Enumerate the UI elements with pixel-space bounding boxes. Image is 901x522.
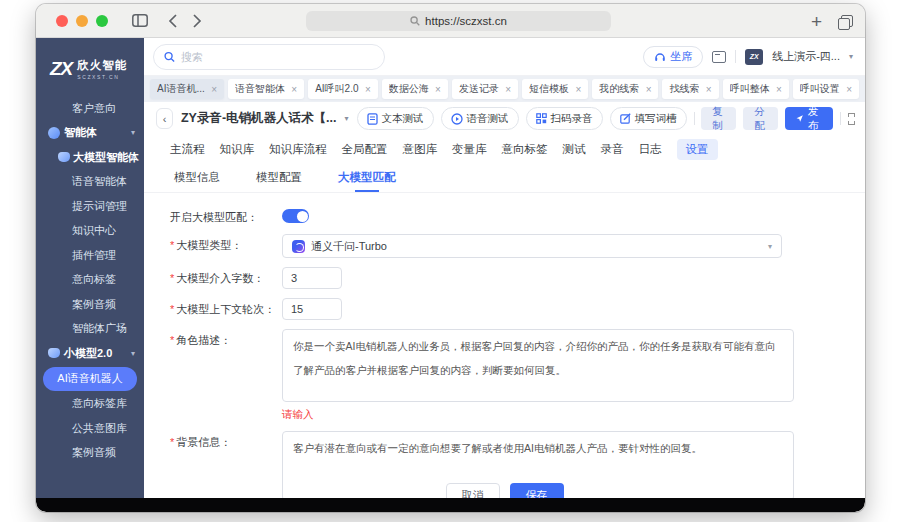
publish-button[interactable]: 发布: [785, 107, 833, 130]
sidebar-item-ai-voice-robot[interactable]: AI语音机器人: [43, 367, 137, 391]
close-window-button[interactable]: [56, 15, 68, 27]
search-input[interactable]: [181, 51, 374, 63]
send-icon: [796, 113, 803, 124]
fill-slot-button[interactable]: 填写词槽: [610, 107, 687, 130]
sidebar-item-intent-tags[interactable]: 意向标签: [36, 268, 144, 293]
minimize-window-button[interactable]: [76, 15, 88, 27]
sidebar-item-customer-intent[interactable]: 客户意向: [36, 96, 144, 121]
chevron-down-icon[interactable]: ▾: [344, 114, 348, 123]
close-icon[interactable]: ×: [706, 84, 712, 95]
close-icon[interactable]: ×: [846, 84, 852, 95]
address-bar[interactable]: https://sczxst.cn: [306, 11, 611, 31]
tab-intent-tags[interactable]: 意向标签: [502, 142, 548, 157]
workspace-tab[interactable]: AI语音机...×: [150, 79, 224, 99]
script-title: ZY录音-电销机器人话术【...: [181, 110, 337, 127]
intervene-chars-input[interactable]: [282, 267, 342, 289]
sidebar-toggle-icon[interactable]: [132, 14, 148, 27]
sidebar-item-small-model[interactable]: 小模型2.0 ▾: [36, 341, 144, 366]
chevron-down-icon[interactable]: ▾: [849, 52, 853, 61]
fullscreen-icon[interactable]: [848, 113, 856, 125]
field-label: *角色描述：: [170, 329, 282, 422]
seat-button[interactable]: 坐席: [643, 46, 703, 68]
llm-matching-form: 开启大模型匹配： *大模型类型： 通义千问-Turbo ▾ *大模型介入字数：: [144, 193, 865, 498]
close-icon[interactable]: ×: [291, 84, 297, 95]
form-row-intervene-chars: *大模型介入字数：: [170, 267, 865, 289]
account-name: 线上演示-四...: [772, 49, 840, 64]
workspace-tab[interactable]: 短信模板×: [522, 79, 588, 99]
tab-log[interactable]: 日志: [639, 142, 662, 157]
robot-icon: [48, 348, 60, 358]
sidebar-item-voice-agent[interactable]: 语音智能体: [36, 170, 144, 195]
close-icon[interactable]: ×: [505, 84, 511, 95]
close-icon[interactable]: ×: [776, 84, 782, 95]
sidebar-item-agent-plaza[interactable]: 智能体广场: [36, 317, 144, 342]
sidebar-item-case-audio[interactable]: 案例音频: [36, 292, 144, 317]
workspace-tab[interactable]: AI呼叫2.0×: [308, 79, 378, 99]
logo-title: 欣火智能: [77, 58, 127, 73]
tab-knowledge-flow[interactable]: 知识库流程: [269, 142, 327, 157]
subtab-llm-matching[interactable]: 大模型匹配: [338, 163, 396, 192]
sidebar-item-case-audio-2[interactable]: 案例音频: [36, 441, 144, 466]
browser-chrome: https://sczxst.cn +: [36, 4, 865, 38]
sidebar-menu: 客户意向 智能体 ▾ 大模型智能体 ▾ 语音智能体 提示词管理 知识中心 插件管…: [36, 96, 144, 465]
seat-label: 坐席: [670, 49, 692, 64]
sidebar-item-intent-tag-library[interactable]: 意向标签库: [36, 392, 144, 417]
divider: [735, 50, 736, 63]
context-rounds-input[interactable]: [282, 298, 342, 320]
script-nav-tabs: 主流程 知识库 知识库流程 全局配置 意图库 变量库 意向标签 测试 录音 日志…: [144, 135, 865, 163]
tab-global-config[interactable]: 全局配置: [342, 142, 388, 157]
close-icon[interactable]: ×: [211, 84, 217, 95]
tab-test[interactable]: 测试: [563, 142, 586, 157]
workspace-tab[interactable]: 数据公海×: [382, 79, 448, 99]
tab-knowledge-base[interactable]: 知识库: [220, 142, 255, 157]
scan-record-button[interactable]: 扫码录音: [526, 107, 603, 130]
zoom-window-button[interactable]: [96, 15, 108, 27]
tab-intent-library[interactable]: 意图库: [403, 142, 438, 157]
app-topbar: 坐席 ZX 线上演示-四... ▾: [144, 38, 865, 76]
sidebar-item-llm-agent[interactable]: 大模型智能体 ▾: [36, 145, 144, 170]
role-desc-textarea[interactable]: 你是一个卖AI电销机器人的业务员，根据客户回复的内容，介绍你的产品，你的任务是获…: [282, 329, 794, 402]
url-text: https://sczxst.cn: [425, 15, 507, 27]
tab-variable-library[interactable]: 变量库: [452, 142, 487, 157]
close-icon[interactable]: ×: [365, 84, 371, 95]
forward-icon[interactable]: [193, 14, 202, 28]
back-icon[interactable]: [168, 14, 177, 28]
close-icon[interactable]: ×: [646, 84, 652, 95]
tab-overview-icon[interactable]: [838, 15, 851, 28]
workspace-tab[interactable]: 呼叫设置×: [793, 79, 859, 99]
role-desc-field: 你是一个卖AI电销机器人的业务员，根据客户回复的内容，介绍你的产品，你的任务是获…: [282, 329, 794, 422]
tab-main-flow[interactable]: 主流程: [170, 142, 205, 157]
sidebar-item-knowledge-center[interactable]: 知识中心: [36, 219, 144, 244]
edit-icon: [620, 113, 631, 124]
field-label: *大模型上下文轮次：: [170, 298, 282, 320]
field-label: 开启大模型匹配：: [170, 206, 282, 225]
workspace-tab[interactable]: 找线索×: [662, 79, 718, 99]
new-tab-icon[interactable]: +: [811, 12, 822, 31]
workspace-tab[interactable]: 我的线索×: [592, 79, 658, 99]
llm-matching-toggle[interactable]: [282, 209, 309, 223]
subtab-model-info[interactable]: 模型信息: [174, 163, 220, 192]
sidebar-item-plugin-management[interactable]: 插件管理: [36, 243, 144, 268]
close-icon[interactable]: ×: [435, 84, 441, 95]
workspace-tab[interactable]: 语音智能体×: [228, 79, 304, 99]
sidebar-item-public-intent-library[interactable]: 公共意图库: [36, 416, 144, 441]
tab-settings[interactable]: 设置: [677, 139, 718, 160]
global-search[interactable]: [153, 44, 385, 70]
sidebar-item-agent[interactable]: 智能体 ▾: [36, 121, 144, 146]
model-type-select[interactable]: 通义千问-Turbo ▾: [282, 234, 782, 258]
workspace-tab[interactable]: 呼叫整体×: [723, 79, 789, 99]
field-label: *大模型介入字数：: [170, 267, 282, 289]
sidebar-item-prompt-management[interactable]: 提示词管理: [36, 194, 144, 219]
workbench-icon[interactable]: [712, 51, 726, 63]
text-test-button[interactable]: 文本测试: [357, 107, 434, 130]
assign-button[interactable]: 分配: [743, 107, 778, 130]
tab-recording[interactable]: 录音: [601, 142, 624, 157]
back-button[interactable]: ‹: [156, 108, 173, 129]
form-row-toggle: 开启大模型匹配：: [170, 206, 865, 225]
subtab-model-config[interactable]: 模型配置: [256, 163, 302, 192]
voice-test-button[interactable]: 语音测试: [441, 107, 519, 130]
close-icon[interactable]: ×: [575, 84, 581, 95]
copy-button[interactable]: 复制: [701, 107, 736, 130]
field-label: *大模型类型：: [170, 234, 282, 258]
workspace-tab[interactable]: 发送记录×: [452, 79, 518, 99]
